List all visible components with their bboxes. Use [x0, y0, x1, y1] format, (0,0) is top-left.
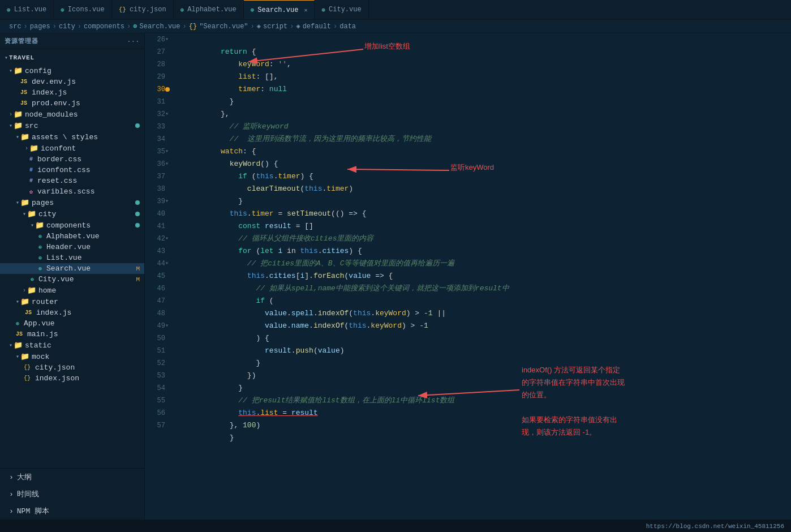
tree-city-vue[interactable]: ⊛ City.vue M: [0, 274, 144, 285]
code-line-36: if (this.timer) {: [177, 158, 791, 170]
sidebar-bottom: › 大纲 › 时间线 › NPM 脚本: [0, 468, 144, 520]
tree-home[interactable]: › 📁 home: [0, 285, 144, 296]
tree-router[interactable]: ▾ 📁 router: [0, 296, 144, 307]
tab-city-json[interactable]: {} city.json: [112, 0, 174, 19]
code-line-35: keyWord() {: [177, 145, 791, 158]
tab-city-vue[interactable]: ⊛ City.vue: [315, 0, 368, 19]
tree-label: assets \ styles: [32, 133, 98, 141]
tree-reset-css[interactable]: # reset.css: [0, 175, 144, 186]
breadcrumb-sep: ›: [290, 23, 294, 31]
breadcrumb-sep: ›: [24, 23, 28, 31]
expand-arrow: ▾: [9, 67, 12, 74]
tree-alphabet-vue[interactable]: ⊛ Alphabet.vue: [0, 231, 144, 242]
code-line-43: // 把cities里面的A、B、C等等键值对里面的值再给遍历一遍: [177, 245, 791, 258]
tree-static[interactable]: ▾ 📁 static: [0, 340, 144, 351]
sidebar-header: 资源管理器 ···: [0, 33, 144, 49]
breadcrumb-sep: ›: [333, 23, 337, 31]
tree-dev-env[interactable]: JS dev.env.js: [0, 76, 144, 87]
sidebar-timeline[interactable]: › 时间线: [0, 486, 144, 503]
sidebar-outline[interactable]: › 大纲: [0, 469, 144, 486]
tree-label: src: [25, 122, 38, 130]
vue-icon: ⊛: [321, 6, 325, 14]
tree-label: city.json: [35, 363, 75, 372]
tree-label: iconfont: [41, 144, 76, 153]
tree-mock[interactable]: ▾ 📁 mock: [0, 351, 144, 362]
code-line-57: }: [177, 419, 791, 432]
tree-label: mock: [32, 353, 49, 361]
tree-root-travel[interactable]: ▾ TRAVEL: [0, 50, 144, 65]
code-line-49: ) {: [177, 320, 791, 332]
tree-label: node_modules: [25, 110, 78, 119]
sidebar-npm[interactable]: › NPM 脚本: [0, 503, 144, 520]
tab-label: Alphabet.vue: [187, 6, 236, 14]
code-line-39: this.timer = setTimeout(() => {: [177, 195, 791, 208]
sidebar: 资源管理器 ··· ▾ TRAVEL ▾ 📁 config JS dev.env…: [0, 33, 145, 520]
tab-icons-vue[interactable]: ⊛ Icons.vue: [54, 0, 111, 19]
expand-arrow: ›: [9, 111, 12, 118]
tree-varibles-scss[interactable]: ✿ varibles.scss: [0, 186, 144, 197]
tab-close-button[interactable]: ✕: [304, 7, 307, 14]
tree-mock-index-json[interactable]: {} index.json: [0, 373, 144, 384]
tree-label: city: [38, 210, 56, 218]
breadcrumb-sep: ›: [127, 23, 131, 31]
code-editor[interactable]: 26 27 28 29 30 31 32 33 34 35 36 37 38 3…: [145, 33, 791, 520]
vue-icon: ⊛: [7, 6, 11, 14]
tree-label: index.json: [35, 374, 79, 383]
breadcrumb-file: Search.vue: [140, 23, 180, 31]
tree-main-js[interactable]: JS main.js: [0, 329, 144, 340]
tree-iconfont-css[interactable]: # iconfont.css: [0, 165, 144, 175]
vue-icon: ⊛: [38, 233, 42, 240]
code-line-50: result.push(value): [177, 332, 791, 345]
js-icon: JS: [20, 100, 27, 106]
tree-components[interactable]: ▾ 📁 components: [0, 220, 144, 231]
breadcrumb-search-label: "Search.vue": [199, 23, 248, 31]
code-line-47: value.spell.indexOf(this.keyWord) > -1 |…: [177, 295, 791, 307]
tree-prod-env[interactable]: JS prod.env.js: [0, 98, 144, 109]
tree-node-modules[interactable]: › 📁 node_modules: [0, 109, 144, 120]
tab-label: Icons.vue: [68, 6, 105, 14]
tree-mock-city-json[interactable]: {} city.json: [0, 362, 144, 373]
tree-list-vue[interactable]: ⊛ List.vue: [0, 252, 144, 263]
tree-app-vue[interactable]: ⊛ App.vue: [0, 318, 144, 329]
tree-label: config: [25, 67, 51, 75]
expand-arrow: ▾: [16, 199, 19, 206]
status-bar: https://blog.csdn.net/weixin_45811256: [0, 520, 791, 532]
tree-label: components: [46, 221, 91, 230]
code-line-55: this.list = result: [177, 394, 791, 407]
tree-header-vue[interactable]: ⊛ Header.vue: [0, 242, 144, 252]
tree-config[interactable]: ▾ 📁 config: [0, 65, 144, 76]
code-line-45: // 如果从spell,name中能搜索到这个关键词，就把这一项添加到resul…: [177, 270, 791, 282]
js-icon: JS: [16, 331, 23, 337]
tree-search-vue[interactable]: ⊛ Search.vue M: [0, 263, 144, 274]
tree-assets[interactable]: ▾ 📁 assets \ styles: [0, 131, 144, 143]
code-line-32: // 监听keyword: [177, 108, 791, 121]
tree-router-index[interactable]: JS index.js: [0, 307, 144, 318]
tree-iconfont[interactable]: › 📁 iconfont: [0, 143, 144, 154]
tree-src[interactable]: ▾ 📁 src: [0, 120, 144, 131]
tab-label: city.json: [130, 6, 166, 14]
vue-icon: ⊛: [16, 320, 19, 327]
folder-icon: 📁: [14, 341, 23, 350]
tree-pages[interactable]: ▾ 📁 pages: [0, 197, 144, 208]
breadcrumb-city: city: [59, 23, 75, 31]
tree-label: City.vue: [38, 275, 74, 284]
folder-icon: 📁: [20, 132, 29, 141]
code-line-38: }: [177, 183, 791, 195]
tree-index-config[interactable]: JS index.js: [0, 87, 144, 98]
tab-alphabet-vue[interactable]: ⊛ Alphabet.vue: [174, 0, 244, 19]
code-line-33: // 这里用到函数节流，因为这里用的频率比较高，节约性能: [177, 121, 791, 133]
tree-label: router: [32, 298, 58, 306]
tree-city-folder[interactable]: ▾ 📁 city: [0, 208, 144, 220]
scss-icon: ✿: [29, 188, 33, 195]
breadcrumb-default-icon: ◈: [296, 22, 300, 31]
breadcrumb-script-icon: ◈: [257, 22, 261, 31]
tree-label: varibles.scss: [37, 187, 94, 196]
sidebar-menu-button[interactable]: ···: [127, 38, 140, 45]
expand-arrow: ▾: [9, 342, 12, 349]
tab-search-vue[interactable]: ⊛ Search.vue ✕: [244, 0, 315, 19]
breadcrumb-obj-icon: {}: [189, 23, 197, 31]
tab-list-vue[interactable]: ⊛ List.vue: [0, 0, 54, 19]
breadcrumb: src › pages › city › components › ⊛ Sear…: [0, 20, 791, 33]
tree-border-css[interactable]: # border.css: [0, 154, 144, 165]
expand-arrow: ›: [23, 288, 26, 294]
